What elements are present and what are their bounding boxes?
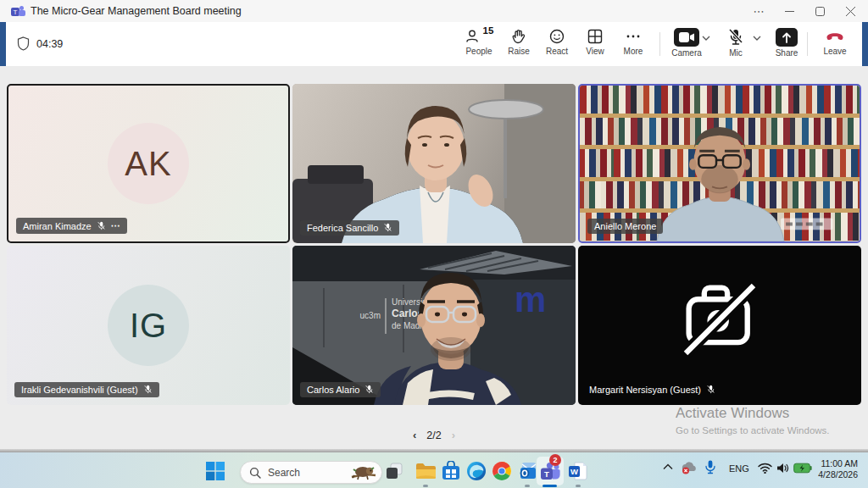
speaker-icon (776, 463, 789, 474)
share-label: Share (776, 48, 798, 58)
participant-tile-aniello-merone[interactable]: Aniello Merone (578, 84, 861, 243)
tray-mic-icon (705, 460, 715, 474)
file-explorer-icon (415, 463, 437, 480)
people-label: People (465, 47, 492, 56)
mic-muted-icon (383, 223, 392, 233)
camera-chevron-down-icon[interactable] (702, 36, 710, 41)
participant-name: Carlos Alario (307, 385, 359, 395)
people-button[interactable]: 15 People (459, 28, 499, 56)
tile-more-button[interactable]: ⋯ (111, 220, 120, 231)
mic-chevron-down-icon[interactable] (753, 36, 761, 41)
tray-battery[interactable] (793, 463, 812, 474)
windows-logo-icon (205, 461, 225, 481)
participant-name: Margarit Nersisyan (Guest) (589, 385, 701, 395)
mic-label: Mic (729, 48, 743, 58)
taskbar-microsoft-store[interactable] (439, 459, 463, 483)
search-placeholder: Search (268, 467, 344, 479)
view-grid-icon (587, 28, 604, 45)
taskbar-word[interactable]: W (566, 459, 590, 483)
participant-tile-irakli-gedevanishvili[interactable]: IG Irakli Gedevanishvili (Guest) (7, 246, 290, 405)
camera-label: Camera (671, 48, 702, 58)
teams-notification-badge: 2 (549, 454, 561, 466)
clock-time: 11:00 AM (818, 458, 858, 469)
uc3m-logo-text: uc3m (360, 311, 381, 320)
camera-button[interactable]: Camera (666, 28, 707, 58)
taskbar-clock[interactable]: 11:00 AM 4/28/2026 (818, 458, 858, 480)
svg-text:W: W (570, 467, 578, 476)
tray-wifi[interactable] (758, 463, 772, 474)
raise-hand-icon (510, 28, 527, 45)
more-label: More (624, 47, 643, 56)
more-ellipsis-icon (625, 28, 642, 45)
taskbar-edge[interactable] (465, 459, 488, 483)
meeting-toolbar: 04:39 15 People Raise React (0, 22, 868, 67)
share-button[interactable]: Share (766, 28, 807, 58)
people-count: 15 (483, 25, 494, 36)
uc3m-letter-m: m (515, 280, 546, 319)
chrome-browser-icon (492, 461, 512, 481)
desktop-screen: T The Micro-Gear Management Board meetin… (0, 0, 868, 488)
leave-label: Leave (823, 47, 846, 56)
mic-muted-icon (727, 28, 744, 47)
outlook-icon (517, 461, 537, 481)
language-label: ENG (729, 463, 749, 474)
maximize-button[interactable] (805, 0, 834, 22)
leave-button[interactable]: Leave (815, 28, 855, 56)
chevron-up-icon (663, 463, 673, 470)
taskbar-file-explorer[interactable] (414, 459, 437, 483)
task-view-icon (385, 462, 403, 480)
taskbar-chrome[interactable] (490, 459, 514, 483)
clock-date: 4/28/2026 (818, 469, 858, 480)
avatar: AK (108, 123, 189, 204)
tray-microphone[interactable] (705, 460, 715, 474)
more-button[interactable]: More (613, 28, 654, 56)
participant-tile-carlos-alario[interactable]: uc3m Universidad Carlos III de Madrid m (292, 246, 576, 405)
participant-tile-margarit-nersisyan[interactable]: Margarit Nersisyan (Guest) (578, 246, 861, 405)
taskbar: Search (0, 452, 868, 488)
activate-windows-watermark: Activate Windows Go to Settings to activ… (676, 405, 862, 435)
taskbar-outlook[interactable] (515, 459, 539, 483)
page-indicator: 2/2 (426, 430, 441, 441)
titlebar-more-button[interactable]: ⋯ (744, 0, 773, 22)
desktop-edge-right (862, 22, 868, 66)
participant-tile-amiran-kimadze[interactable]: AK Amiran Kimadze ⋯ (7, 84, 290, 243)
tray-show-hidden-icons[interactable] (663, 463, 673, 470)
search-highlight-animal-icon (351, 464, 376, 480)
people-icon (465, 28, 481, 45)
next-page-button[interactable]: › (452, 429, 455, 441)
mic-muted-icon (364, 385, 374, 395)
task-view-button[interactable] (383, 460, 405, 482)
minimize-button[interactable] (775, 0, 804, 22)
participant-name: Federica Sancillo (307, 223, 378, 233)
raise-hand-button[interactable]: Raise (498, 28, 539, 56)
view-button[interactable]: View (575, 28, 615, 56)
mic-button[interactable]: Mic (715, 28, 756, 58)
participant-name: Aniello Merone (594, 221, 656, 231)
avatar: IG (108, 285, 189, 366)
taskbar-search-box[interactable]: Search (240, 461, 382, 484)
battery-charging-icon (793, 463, 812, 474)
svg-text:T: T (544, 469, 549, 479)
federica-video-frame (292, 84, 576, 243)
participant-name: Irakli Gedevanishvili (Guest) (21, 385, 138, 395)
previous-page-button[interactable]: ‹ (413, 429, 416, 441)
participant-name-label: Amiran Kimadze ⋯ (16, 218, 127, 234)
participant-tile-federica-sancillo[interactable]: Federica Sancillo (292, 84, 576, 243)
participant-name-label: Aniello Merone (587, 219, 663, 234)
word-icon: W (568, 461, 588, 481)
react-button[interactable]: React (537, 28, 577, 56)
participant-name: Amiran Kimadze (23, 221, 92, 231)
view-label: View (586, 47, 604, 56)
edge-browser-icon (466, 461, 487, 481)
close-button[interactable] (836, 0, 865, 22)
tray-onedrive[interactable] (681, 461, 698, 474)
shield-icon (17, 36, 30, 51)
tray-volume[interactable] (776, 463, 789, 474)
microsoft-store-icon (441, 461, 461, 481)
start-button[interactable] (203, 459, 227, 483)
tray-language[interactable]: ENG (729, 463, 749, 474)
toolbar-separator (807, 32, 808, 56)
running-indicator (576, 485, 581, 487)
watermark-subtitle: Go to Settings to activate Windows. (676, 425, 862, 435)
svg-text:T: T (14, 8, 18, 16)
